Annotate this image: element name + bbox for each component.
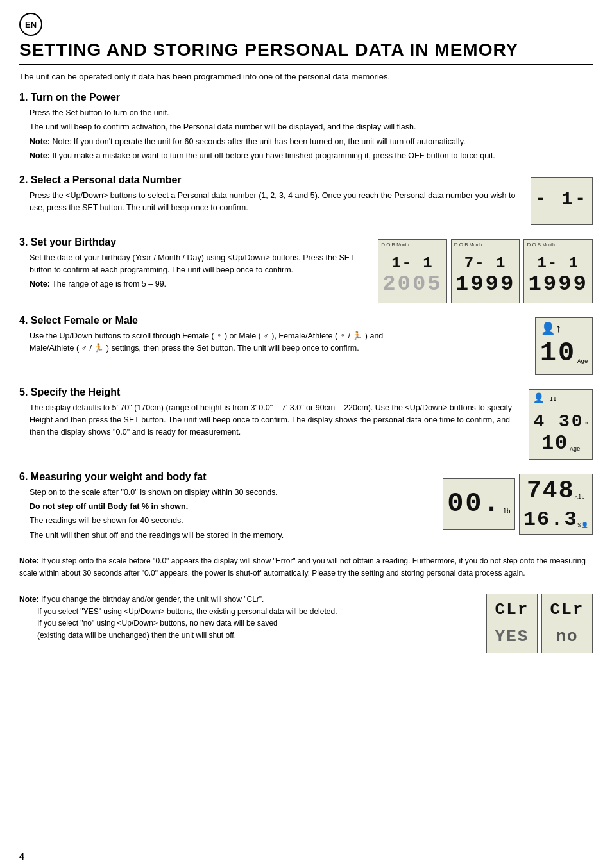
s3-d2-line2: 1999: [455, 272, 516, 296]
section-4: 4. Select Female or Male Use the Up/Down…: [19, 315, 593, 375]
error-note-text: Note: If you step onto the scale before …: [19, 555, 593, 579]
s5-lcd-line1: 4 30: [533, 412, 584, 431]
clr-note-bold: Note:: [19, 595, 39, 604]
section-2: 2. Select a Personal data Number Press t…: [19, 174, 593, 225]
s2-number: 2.: [19, 174, 28, 185]
intro-text: The unit can be operated only if data ha…: [19, 72, 593, 81]
s2-title: Select a Personal data Number: [31, 174, 182, 185]
s6-displays: 00. lb 748 △lb 16.3 %👤: [443, 474, 593, 535]
s3-d3-line2: 1999: [528, 272, 588, 296]
clr-displays: CLr YES CLr no: [486, 594, 593, 653]
s2-lcd-value: - 1-: [535, 189, 588, 209]
clr-display-2: CLr no: [541, 594, 593, 653]
s6-title: Measuring your weight and body fat: [31, 471, 207, 482]
s4-body: Use the Up/Down buttons to scroll throug…: [19, 330, 527, 355]
s4-number: 4.: [19, 315, 28, 326]
s3-displays: D.O.B Month 1- 1 2005 D.O.B Month 7- 1 1…: [378, 239, 593, 303]
s6-p1: Step on to the scale after "0.0" is show…: [30, 487, 435, 499]
s1-p4-text: If you make a mistake or want to turn th…: [52, 151, 495, 160]
clr-no-text-2: (existing data will be unchanged) then t…: [19, 630, 479, 642]
s5-body: The display defaults to 5' 70" (170cm) (…: [19, 402, 521, 439]
s2-body: Press the <Up/Down> buttons to select a …: [19, 190, 523, 215]
s3-d2-line1: 7- 1: [464, 255, 507, 272]
clr-no-text-1: If you select "no" using <Up/Down> butto…: [19, 617, 479, 630]
s3-body: Set the date of your birthday (Year / Mo…: [19, 252, 370, 291]
s2-text: 2. Select a Personal data Number Press t…: [19, 174, 523, 217]
s3-d1-line2: 2005: [382, 272, 443, 296]
clr-d2-line1: CLr: [550, 597, 584, 622]
clr-d1-line1: CLr: [495, 597, 529, 622]
s5-title: Specify the Height: [31, 387, 121, 397]
s5-number: 5.: [19, 387, 28, 397]
s6-p2: Do not step off until Body fat % in show…: [30, 501, 435, 513]
s1-p2: The unit will beep to confirm activation…: [30, 121, 593, 133]
s4-lcd-value: 10: [540, 338, 576, 369]
clr-note-block: Note: If you change the birthday and/or …: [19, 588, 593, 653]
top-badge: EN: [19, 13, 42, 36]
section-6: 6. Measuring your weight and body fat St…: [19, 471, 593, 544]
section-3: 3. Set your Birthday Set the date of you…: [19, 237, 593, 303]
s6-text: 6. Measuring your weight and body fat St…: [19, 471, 435, 544]
badge-label: EN: [25, 20, 37, 29]
s2-display: - 1-: [531, 177, 593, 225]
s1-body: Press the Set button to turn on the unit…: [19, 107, 593, 163]
s4-text: 4. Select Female or Male Use the Up/Down…: [19, 315, 527, 357]
s4-p1: Use the Up/Down buttons to scroll throug…: [30, 330, 527, 355]
s3-p2: Note: The range of age is from 5 – 99.: [30, 278, 370, 290]
s3-p1: Set the date of your birthday (Year / Mo…: [30, 252, 370, 277]
s3-display-3: D.O.B Month 1- 1 1999: [523, 239, 593, 303]
s3-number: 3.: [19, 237, 28, 247]
s6-p3: The readings will be shown for 40 second…: [30, 515, 435, 527]
s6-number: 6.: [19, 471, 28, 482]
s5-age-label: Age: [570, 446, 580, 453]
s3-d3-line1: 1- 1: [537, 255, 579, 272]
s6-p4: The unit will then shut off and the read…: [30, 530, 435, 542]
s1-p1: Press the Set button to turn on the unit…: [30, 107, 593, 119]
error-note-block: Note: If you step onto the scale before …: [19, 555, 593, 579]
s6-unit-2b: %👤: [578, 522, 588, 529]
s4-age-label: Age: [577, 358, 588, 365]
s4-title: Select Female or Male: [31, 315, 138, 326]
clr-note-main: If you change the birthday and/or gender…: [41, 595, 264, 604]
clr-text: Note: If you change the birthday and/or …: [19, 594, 479, 641]
s6-display-2: 748 △lb 16.3 %👤: [519, 474, 593, 535]
clr-display-1: CLr YES: [486, 594, 538, 653]
s6-unit-1: lb: [503, 508, 511, 515]
clr-d2-line2: no: [556, 624, 578, 649]
s3-d2-top: D.O.B Month: [454, 242, 482, 247]
s5-p1: The display defaults to 5' 70" (170cm) (…: [30, 402, 521, 439]
s2-p1: Press the <Up/Down> buttons to select a …: [30, 190, 523, 215]
s1-title: Turn on the Power: [31, 92, 120, 103]
page-title: SETTING AND STORING PERSONAL DATA IN MEM…: [19, 40, 593, 65]
s3-d1-line1: 1- 1: [391, 255, 434, 272]
s3-d3-top: D.O.B Month: [527, 242, 554, 247]
clr-yes-text: If you select "YES" using <Up/Down> butt…: [19, 606, 479, 618]
s6-unit-2a: △lb: [574, 494, 584, 501]
clr-d1-line2: YES: [495, 624, 529, 649]
s3-d1-top: D.O.B Month: [381, 242, 409, 247]
s6-lcd-1: 00.: [447, 488, 502, 519]
page-number: 4: [19, 851, 24, 862]
section-1: 1. Turn on the Power Press the Set butto…: [19, 92, 593, 163]
s3-text: 3. Set your Birthday Set the date of you…: [19, 237, 370, 293]
s3-display-2: D.O.B Month 7- 1 1999: [451, 239, 520, 303]
s1-p4: Note: If you make a mistake or want to t…: [30, 150, 593, 162]
s5-text: 5. Specify the Height The display defaul…: [19, 387, 521, 441]
s6-display-1: 00. lb: [443, 478, 515, 530]
s6-body: Step on to the scale after "0.0" is show…: [19, 487, 435, 542]
s1-number: 1.: [19, 92, 28, 103]
s3-display-1: D.O.B Month 1- 1 2005: [378, 239, 447, 303]
s3-title: Set your Birthday: [31, 237, 116, 247]
clr-note-line1: Note: If you change the birthday and/or …: [19, 594, 479, 606]
s5-lcd-line2: 10: [541, 431, 568, 455]
s4-display: 👤↑ 10 Age: [535, 317, 593, 375]
s6-lcd-2b: 16.3: [523, 508, 578, 531]
section-5: 5. Specify the Height The display defaul…: [19, 387, 593, 460]
s6-lcd-2a: 748: [527, 477, 574, 505]
s1-p3: Note: Note: If you don't operate the uni…: [30, 136, 593, 148]
s5-display: 👤 II 4 30 " 10 Age: [529, 389, 593, 460]
s1-p3-text: Note: If you don't operate the unit for …: [52, 137, 465, 146]
